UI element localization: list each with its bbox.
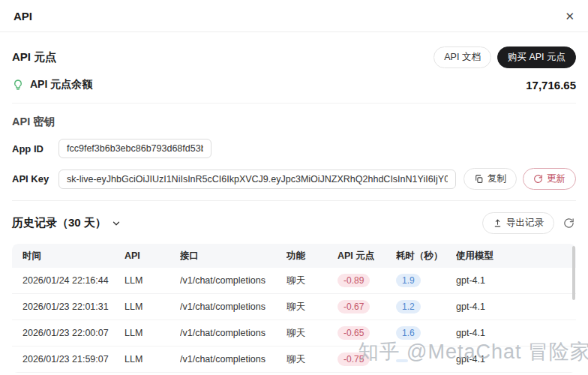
copy-icon [474,174,484,184]
points-badge: -0.89 [338,274,370,287]
table-row[interactable]: 2026/01/23 22:00:07 LLM /v1/chat/complet… [12,320,576,346]
close-icon[interactable]: ✕ [565,10,574,22]
points-buttons: API 文档 购买 API 元点 [434,46,576,68]
buy-points-button[interactable]: 购买 API 元点 [497,46,576,68]
points-badge: -0.67 [338,300,370,314]
copy-button-label: 复制 [488,172,506,185]
history-header: 历史记录（30 天） 导出记录 [12,212,576,234]
balance-left: API 元点余额 [12,78,92,92]
cell-model: gpt-4.1 [456,328,566,338]
cell-function: 聊天 [286,327,338,340]
history-actions: 导出记录 [482,212,576,234]
col-header-time: 时间 [22,250,124,262]
app-id-field[interactable] [58,139,212,158]
points-badge: -0.75 [338,352,370,366]
cell-time: 2026/01/23 22:00:07 [22,328,124,338]
cell-api: LLM [124,275,180,286]
duration-badge: 1.9 [396,274,421,287]
cell-model: gpt-4.1 [456,302,566,312]
chevron-down-icon [111,218,122,229]
refresh-history-button[interactable] [562,216,576,230]
col-header-endpoint: 接口 [180,250,286,262]
cell-model: gpt-4.1 [456,275,566,286]
col-header-model: 使用模型 [456,250,566,262]
points-section-header: API 元点 API 文档 购买 API 元点 [12,46,576,68]
cell-function: 聊天 [286,301,338,314]
col-header-points: API 元点 [338,250,396,262]
cell-endpoint: /v1/chat/completions [180,302,286,312]
history-title: 历史记录（30 天） [12,216,106,230]
cell-time: 2026/01/23 22:01:31 [22,302,124,312]
api-modal: API ✕ API 元点 API 文档 购买 API 元点 API 元点余额 [0,0,588,375]
export-icon [493,218,502,228]
cell-function: 聊天 [286,274,338,287]
cell-time: 2026/01/23 21:59:07 [22,354,124,364]
points-section-title: API 元点 [12,50,56,64]
cell-api: LLM [124,328,180,338]
update-button-label: 更新 [547,172,566,185]
table-header-row: 时间 API 接口 功能 API 元点 耗时（秒） 使用模型 [12,244,576,268]
cell-function: 聊天 [286,353,338,366]
points-badge: -0.65 [338,326,370,340]
refresh-history-icon [563,218,574,229]
history-title-group[interactable]: 历史记录（30 天） [12,216,122,230]
refresh-icon [533,174,543,184]
col-header-function: 功能 [286,250,338,262]
keys-section-title: API 密钥 [12,115,576,129]
api-key-label: API Key [12,173,58,184]
export-button-label: 导出记录 [506,217,544,230]
copy-key-button[interactable]: 复制 [464,168,517,190]
app-id-row: App ID [12,139,576,158]
section-divider [12,200,576,201]
balance-value: 17,716.65 [526,79,576,92]
table-row[interactable]: 2026/01/24 22:16:44 LLM /v1/chat/complet… [12,268,576,294]
table-scrollbar[interactable] [572,246,575,300]
table-row[interactable]: 2026/01/23 22:01:31 LLM /v1/chat/complet… [12,294,576,320]
app-id-label: App ID [12,143,58,154]
col-header-api: API [124,250,180,261]
cell-endpoint: /v1/chat/completions [180,275,286,286]
modal-header: API ✕ [0,0,588,32]
cell-model: gpt-4.1 [456,354,566,364]
duration-badge: 1.6 [396,326,421,340]
key-actions: 复制 更新 [464,168,576,190]
cell-endpoint: /v1/chat/completions [180,328,286,338]
duration-badge [396,359,408,362]
page-title: API [14,10,32,22]
export-records-button[interactable]: 导出记录 [482,212,554,234]
history-table: 时间 API 接口 功能 API 元点 耗时（秒） 使用模型 2026/01/2… [12,244,576,373]
cell-api: LLM [124,354,180,364]
bulb-icon [12,79,24,91]
modal-content: API 元点 API 文档 购买 API 元点 API 元点余额 17,716.… [0,46,588,373]
table-row[interactable]: 2026/01/23 21:59:07 LLM /v1/chat/complet… [12,346,576,373]
cell-endpoint: /v1/chat/completions [180,354,286,364]
cell-api: LLM [124,302,180,312]
api-key-row: API Key 复制 [12,168,576,190]
duration-badge: 1.2 [396,300,421,314]
cell-time: 2026/01/24 22:16:44 [22,275,124,286]
balance-label: API 元点余额 [30,78,92,92]
update-key-button[interactable]: 更新 [523,168,576,190]
col-header-duration: 耗时（秒） [396,250,456,262]
api-key-field[interactable] [58,170,456,189]
api-docs-button[interactable]: API 文档 [434,46,491,68]
balance-row: API 元点余额 17,716.65 [12,78,576,104]
